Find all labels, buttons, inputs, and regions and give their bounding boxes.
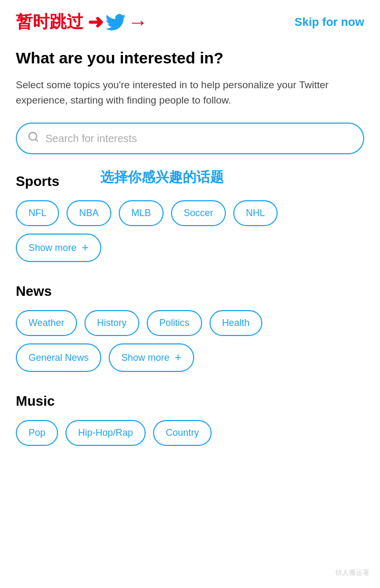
tag-nba[interactable]: NBA xyxy=(66,200,111,226)
sports-section: 选择你感兴趣的话题 Sports NFL NBA MLB Soccer NHL … xyxy=(16,173,364,262)
top-bar: 暂时跳过 ➜ → Skip for now xyxy=(0,0,380,42)
news-plus-icon: + xyxy=(175,351,182,365)
news-tags-row: Weather History Politics Health xyxy=(16,310,364,336)
arrow-container: ➜ → xyxy=(88,12,148,32)
svg-line-1 xyxy=(35,139,37,141)
music-section: Music Pop Hip-Hop/Rap Country xyxy=(16,393,364,446)
news-section: News Weather History Politics Health Gen… xyxy=(16,283,364,372)
main-content: What are you interested in? Select some … xyxy=(0,42,380,483)
sports-show-more-button[interactable]: Show more + xyxy=(16,234,101,262)
sports-show-more-label: Show more xyxy=(28,242,77,254)
tag-soccer[interactable]: Soccer xyxy=(171,200,226,226)
tag-nhl[interactable]: NHL xyxy=(233,200,278,226)
red-arrow-right-icon: → xyxy=(128,12,148,32)
tag-history[interactable]: History xyxy=(84,310,139,336)
skip-for-now-button[interactable]: Skip for now xyxy=(294,15,364,29)
news-show-more-button[interactable]: Show more + xyxy=(109,343,194,372)
tag-hip-hop-rap[interactable]: Hip-Hop/Rap xyxy=(65,420,146,446)
watermark: 侦人搬运署 xyxy=(335,568,369,577)
tag-nfl[interactable]: NFL xyxy=(16,200,59,226)
tag-country[interactable]: Country xyxy=(153,420,212,446)
tag-health[interactable]: Health xyxy=(210,310,262,336)
search-box xyxy=(16,123,364,154)
tag-pop[interactable]: Pop xyxy=(16,420,58,446)
chinese-skip-text: 暂时跳过 xyxy=(16,11,83,34)
tag-politics[interactable]: Politics xyxy=(147,310,202,336)
page-description: Select some topics you're interested in … xyxy=(16,78,364,108)
tag-general-news[interactable]: General News xyxy=(16,343,101,372)
search-input[interactable] xyxy=(45,133,353,145)
sports-section-title: Sports xyxy=(16,173,364,190)
page-title: What are you interested in? xyxy=(16,48,364,68)
news-extra-tags-row: General News Show more + xyxy=(16,343,364,372)
top-bar-left: 暂时跳过 ➜ → xyxy=(16,11,148,34)
music-section-title: Music xyxy=(16,393,364,409)
music-tags-row: Pop Hip-Hop/Rap Country xyxy=(16,420,364,446)
sports-plus-icon: + xyxy=(82,241,89,255)
news-show-more-label: Show more xyxy=(121,352,169,363)
red-arrow-icon: ➜ xyxy=(88,13,103,32)
news-section-title: News xyxy=(16,283,364,300)
tag-mlb[interactable]: MLB xyxy=(119,200,164,226)
search-icon xyxy=(27,131,39,146)
tag-weather[interactable]: Weather xyxy=(16,310,77,336)
sports-tags-row: NFL NBA MLB Soccer NHL xyxy=(16,200,364,226)
twitter-bird-icon xyxy=(106,12,126,32)
